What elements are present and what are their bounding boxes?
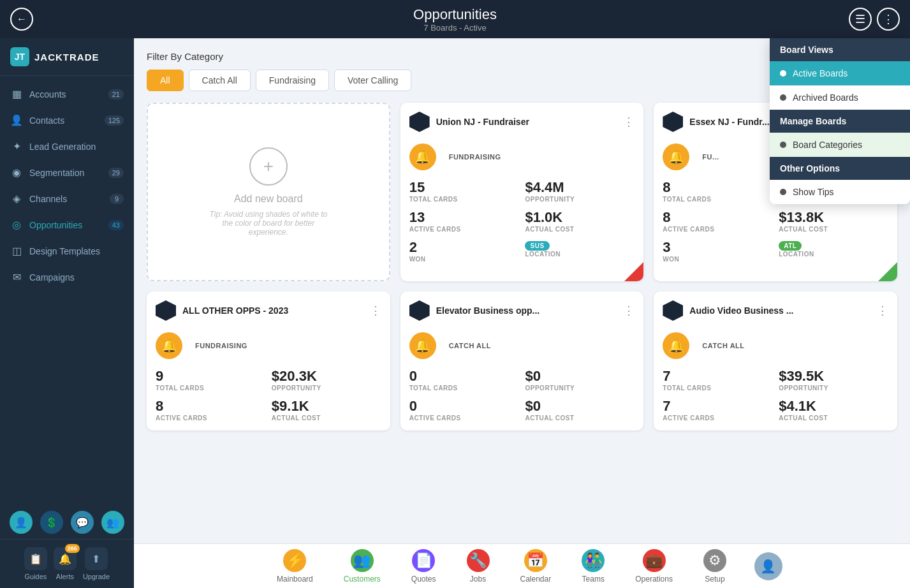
sidebar-item-accounts[interactable]: ▦ Accounts 21 <box>0 81 134 107</box>
nav-setup[interactable]: ⚙ Setup <box>688 544 742 589</box>
board-icon-essex-nj <box>663 112 683 132</box>
dropdown-board-categories[interactable]: Board Categories <box>770 133 910 157</box>
stat-active-cards-essex-nj: 8 ACTIVE CARDS <box>663 209 772 233</box>
board-icon-elevator-business <box>409 300 430 321</box>
page-subtitle: 7 Boards - Active <box>413 23 497 33</box>
board-header-union-nj: Union NJ - Fundraiser ⋮ <box>400 103 644 138</box>
bell-icon-elevator-business: 🔔 <box>409 332 436 359</box>
nav-mainboard[interactable]: ⚡ Mainboard <box>261 544 328 589</box>
stat-total-cards-essex-nj: 8 TOTAL CARDS <box>663 179 772 203</box>
nav-operations[interactable]: 💼 Operations <box>620 544 688 589</box>
active-dot <box>780 70 786 77</box>
board-body-audio-video: 🔔 CATCH ALL 7 TOTAL CARDS $39.5K OPPORTU… <box>654 327 897 430</box>
board-card-audio-video: Audio Video Business ... ⋮ 🔔 CATCH ALL 7… <box>654 291 897 430</box>
board-menu-union-nj[interactable]: ⋮ <box>623 115 635 129</box>
board-category-row-all-other-opps: 🔔 FUNDRAISING <box>156 332 381 359</box>
bell-icon-union-nj: 🔔 <box>409 143 436 170</box>
board-category-essex-nj: FU... <box>702 153 719 161</box>
bell-icon-audio-video: 🔔 <box>663 332 689 359</box>
sidebar-nav: ▦ Accounts 21 👤 Contacts 125 ✦ Lead Gene… <box>0 76 134 506</box>
upgrade-button[interactable]: ⬆ Upgrade <box>83 547 110 580</box>
stat-total-cards-all-other-opps: 9 TOTAL CARDS <box>156 368 265 392</box>
alerts-button[interactable]: 🔔 266 Alerts <box>54 547 77 580</box>
more-options-button[interactable]: ⋮ <box>877 8 900 31</box>
board-menu-audio-video[interactable]: ⋮ <box>877 304 888 318</box>
stat-actual-cost-audio-video: $4.1K ACTUAL COST <box>779 398 888 422</box>
profile-btn-2[interactable]: 💲 <box>40 511 63 534</box>
board-category-union-nj: FUNDRAISING <box>449 153 501 161</box>
filter-all[interactable]: All <box>147 70 184 91</box>
bottom-nav: ⚡ Mainboard 👥 Customers 📄 Quotes 🔧 Jobs … <box>134 543 910 588</box>
opportunities-icon: ◎ <box>10 219 23 231</box>
opportunities-badge: 43 <box>108 220 124 230</box>
board-stats-union-nj: 15 TOTAL CARDS $4.4M OPPORTUNITY 13 ACTI… <box>409 179 635 263</box>
profile-btn-3[interactable]: 💬 <box>71 511 94 534</box>
sidebar-item-channels[interactable]: ◈ Channels 9 <box>0 186 134 212</box>
sidebar-item-campaigns[interactable]: ✉ Campaigns <box>0 264 134 290</box>
stat-location-union-nj: SUS LOCATION <box>525 239 635 263</box>
main-layout: JT JACKTRADE ▦ Accounts 21 👤 Contacts 12… <box>0 38 910 588</box>
filter-catch-all[interactable]: Catch All <box>189 70 251 91</box>
board-header-elevator-business: Elevator Business opp... ⋮ <box>400 291 644 327</box>
sidebar-item-design-templates[interactable]: ◫ Design Templates <box>0 238 134 264</box>
profile-btn-1[interactable]: 👤 <box>10 511 33 534</box>
menu-icon-button[interactable]: ☰ <box>849 8 872 31</box>
dropdown-archived-boards[interactable]: Archived Boards <box>770 85 910 110</box>
contacts-icon: 👤 <box>10 114 23 126</box>
triangle-union-nj <box>624 262 643 281</box>
lead-generation-label: Lead Generation <box>29 142 124 152</box>
sidebar-item-contacts[interactable]: 👤 Contacts 125 <box>0 107 134 133</box>
page-title: Opportunities <box>413 6 497 23</box>
sidebar-bottom: 📋 Guides 🔔 266 Alerts ⬆ Upgrade <box>0 539 134 588</box>
nav-jobs[interactable]: 🔧 Jobs <box>451 544 505 589</box>
stat-actual-cost-all-other-opps: $9.1K ACTUAL COST <box>272 398 381 422</box>
profile-btn-4[interactable]: 👥 <box>101 511 124 534</box>
add-board-label: Add new board <box>234 193 303 205</box>
location-badge-essex-nj: ATL <box>779 241 802 251</box>
channels-icon: ◈ <box>10 193 23 205</box>
nav-teams[interactable]: 👫 Teams <box>566 544 620 589</box>
stat-active-cards-elevator-business: 0 ACTIVE CARDS <box>409 398 519 422</box>
guides-button[interactable]: 📋 Guides <box>24 547 47 580</box>
design-templates-icon: ◫ <box>10 245 23 257</box>
nav-calendar[interactable]: 📅 Calendar <box>505 544 567 589</box>
sidebar-item-lead-generation[interactable]: ✦ Lead Generation <box>0 133 134 159</box>
accounts-label: Accounts <box>29 89 102 99</box>
accounts-icon: ▦ <box>10 88 23 100</box>
board-stats-elevator-business: 0 TOTAL CARDS $0 OPPORTUNITY 0 ACTIVE CA… <box>409 368 635 422</box>
dropdown-panel: Board Views Active Boards Archived Board… <box>770 38 910 204</box>
logo-icon: JT <box>10 47 29 66</box>
stat-opportunity-all-other-opps: $20.3K OPPORTUNITY <box>272 368 381 392</box>
segmentation-badge: 29 <box>108 168 124 178</box>
stat-active-cards-all-other-opps: 8 ACTIVE CARDS <box>156 398 265 422</box>
board-views-header: Board Views <box>770 38 910 61</box>
stat-opportunity-union-nj: $4.4M OPPORTUNITY <box>525 179 635 203</box>
board-title-audio-video: Audio Video Business ... <box>689 305 870 316</box>
sidebar-item-segmentation[interactable]: ◉ Segmentation 29 <box>0 159 134 186</box>
add-board-card[interactable]: + Add new board Tip: Avoid using shades … <box>147 103 390 281</box>
filter-voter-calling[interactable]: Voter Calling <box>334 70 411 91</box>
dropdown-show-tips[interactable]: Show Tips <box>770 180 910 204</box>
filter-fundraising[interactable]: Fundraising <box>256 70 329 91</box>
sidebar-item-opportunities[interactable]: ◎ Opportunities 43 <box>0 212 134 238</box>
add-board-plus-icon: + <box>249 147 288 186</box>
tips-dot <box>780 189 786 195</box>
campaigns-label: Campaigns <box>29 272 124 283</box>
nav-icon-mainboard: ⚡ <box>283 549 306 572</box>
board-menu-elevator-business[interactable]: ⋮ <box>623 304 635 318</box>
nav-quotes[interactable]: 📄 Quotes <box>396 544 451 589</box>
dropdown-active-boards[interactable]: Active Boards <box>770 61 910 85</box>
board-menu-all-other-opps[interactable]: ⋮ <box>370 304 381 318</box>
back-button[interactable]: ← <box>10 8 33 31</box>
alerts-badge: 266 <box>65 544 80 553</box>
board-icon-all-other-opps <box>156 300 176 321</box>
nav-icon-quotes: 📄 <box>412 549 435 572</box>
design-templates-label: Design Templates <box>29 246 124 256</box>
user-avatar[interactable]: 👤 <box>754 552 782 580</box>
nav-icon-setup: ⚙ <box>703 549 726 572</box>
stat-won-union-nj: 2 WON <box>409 239 519 263</box>
stat-won-essex-nj: 3 WON <box>663 239 772 263</box>
nav-customers[interactable]: 👥 Customers <box>328 544 396 589</box>
stat-active-cards-audio-video: 7 ACTIVE CARDS <box>663 398 772 422</box>
board-title-elevator-business: Elevator Business opp... <box>436 305 617 316</box>
